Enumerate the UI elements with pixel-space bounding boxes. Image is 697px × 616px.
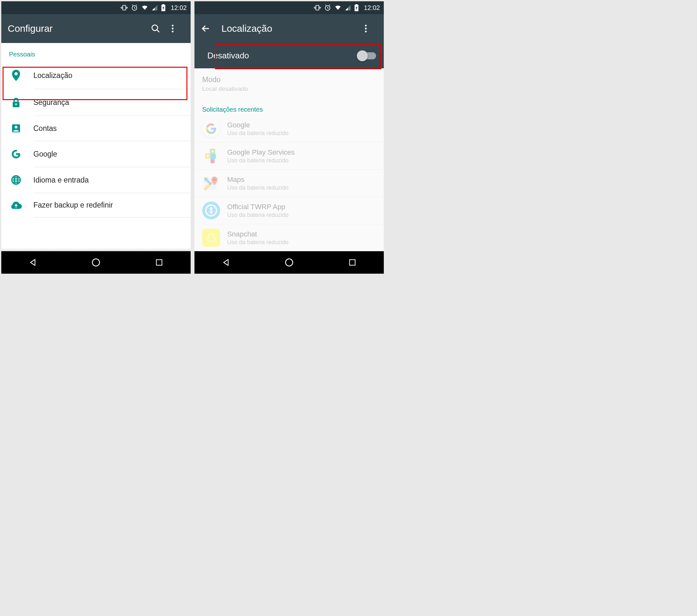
svg-point-28 — [92, 259, 100, 266]
status-time: 12:02 — [171, 4, 187, 12]
svg-point-44 — [365, 28, 367, 29]
nav-back-button[interactable] — [221, 257, 232, 268]
svg-point-19 — [15, 103, 17, 105]
app-sub: Uso da bateria reduzido — [227, 157, 295, 164]
location-content: Modo Local desativado Solicitações recen… — [194, 68, 384, 251]
settings-list: Pessoais Localização Segurança Contas — [1, 43, 191, 248]
svg-point-47 — [207, 155, 209, 157]
phone-left: 12:02 Configurar Pessoais Localização Se… — [1, 1, 191, 274]
svg-point-21 — [15, 126, 18, 129]
nav-home-button[interactable] — [284, 257, 295, 268]
location-toggle-switch[interactable] — [358, 52, 376, 59]
recent-app-google[interactable]: Google Uso da bateria reduzido — [194, 115, 384, 142]
search-button[interactable] — [151, 24, 164, 33]
cloud-upload-icon — [9, 201, 23, 210]
overflow-menu-button[interactable] — [172, 24, 184, 33]
svg-point-49 — [213, 178, 216, 181]
twrp-icon — [202, 201, 220, 220]
app-name: Google — [227, 121, 288, 129]
svg-point-12 — [152, 25, 158, 31]
vibrate-icon — [314, 4, 321, 11]
wifi-icon — [141, 4, 148, 11]
svg-line-9 — [136, 5, 137, 5]
app-bar: Configurar — [1, 14, 191, 43]
svg-point-51 — [286, 259, 293, 266]
phone-right: 12:02 Localização Desativado Modo Local … — [194, 1, 384, 274]
settings-item-label: Idioma e entrada — [33, 176, 89, 184]
app-sub: Uso da bateria reduzido — [227, 239, 288, 246]
app-bar: Localização — [194, 14, 384, 43]
svg-point-45 — [365, 31, 367, 32]
recent-app-play-services[interactable]: Google Play Services Uso da bateria redu… — [194, 142, 384, 170]
settings-item-label: Google — [33, 150, 57, 159]
nav-recents-button[interactable] — [347, 257, 358, 268]
svg-point-16 — [172, 31, 173, 32]
recent-app-maps[interactable]: Maps Uso da bateria reduzido — [194, 170, 384, 197]
svg-line-37 — [328, 8, 329, 9]
svg-rect-30 — [316, 5, 318, 10]
settings-item-label: Localização — [33, 71, 72, 80]
mode-title: Modo — [202, 75, 376, 84]
svg-line-38 — [325, 5, 326, 5]
page-title: Configurar — [8, 23, 143, 34]
svg-rect-0 — [122, 5, 125, 10]
vibrate-icon — [121, 4, 128, 11]
snapchat-icon — [202, 229, 220, 247]
app-name: Google Play Services — [227, 148, 295, 156]
svg-line-7 — [134, 8, 135, 9]
settings-item-label: Segurança — [33, 98, 69, 107]
recent-app-snapchat[interactable]: Snapchat Uso da bateria reduzido — [194, 224, 384, 251]
signal-icon — [345, 4, 351, 11]
svg-rect-29 — [156, 259, 162, 265]
settings-item-location[interactable]: Localização — [1, 62, 191, 89]
nav-bar — [194, 251, 384, 274]
app-name: Maps — [227, 176, 288, 184]
svg-rect-52 — [350, 259, 355, 265]
globe-icon — [9, 175, 23, 185]
back-button[interactable] — [201, 24, 214, 33]
nav-recents-button[interactable] — [154, 257, 165, 268]
recent-app-twrp[interactable]: Official TWRP App Uso da bateria reduzid… — [194, 197, 384, 224]
google-app-icon — [202, 120, 220, 138]
nav-back-button[interactable] — [27, 257, 38, 268]
status-bar: 12:02 — [194, 1, 384, 14]
maps-icon — [202, 174, 220, 192]
app-sub: Uso da bateria reduzido — [227, 184, 288, 191]
app-sub: Uso da bateria reduzido — [227, 130, 288, 137]
settings-item-label: Contas — [33, 124, 57, 133]
svg-rect-11 — [162, 4, 164, 5]
svg-line-13 — [157, 30, 160, 32]
settings-item-language[interactable]: Idioma e entrada — [1, 167, 191, 193]
svg-rect-48 — [204, 178, 217, 190]
section-header-pessoais: Pessoais — [1, 43, 191, 62]
settings-item-security[interactable]: Segurança — [1, 89, 191, 116]
settings-item-google[interactable]: Google — [1, 141, 191, 167]
svg-point-15 — [172, 28, 173, 29]
settings-item-label: Fazer backup e redefinir — [33, 201, 113, 210]
account-icon — [9, 123, 23, 133]
battery-charging-icon — [354, 4, 359, 11]
status-time: 12:02 — [364, 4, 380, 12]
status-bar: 12:02 — [1, 1, 191, 14]
nav-home-button[interactable] — [90, 257, 101, 268]
settings-item-accounts[interactable]: Contas — [1, 116, 191, 141]
mode-subtitle: Local desativado — [202, 85, 376, 92]
settings-item-backup[interactable]: Fazer backup e redefinir — [1, 193, 191, 217]
alarm-icon — [131, 4, 138, 11]
svg-point-50 — [206, 205, 216, 215]
location-pin-icon — [9, 70, 23, 81]
mode-row[interactable]: Modo Local desativado — [194, 68, 384, 100]
overflow-menu-button[interactable] — [365, 24, 377, 33]
recent-requests-header: Solicitações recentes — [194, 100, 384, 115]
signal-icon — [151, 4, 158, 11]
wifi-icon — [335, 4, 341, 11]
svg-point-46 — [211, 150, 213, 152]
app-name: Official TWRP App — [227, 203, 288, 211]
page-title: Localização — [221, 23, 357, 34]
alarm-icon — [324, 4, 331, 11]
svg-point-43 — [365, 25, 367, 26]
svg-line-39 — [329, 5, 330, 5]
svg-point-14 — [172, 25, 173, 26]
battery-charging-icon — [161, 4, 166, 11]
svg-point-17 — [14, 72, 18, 75]
